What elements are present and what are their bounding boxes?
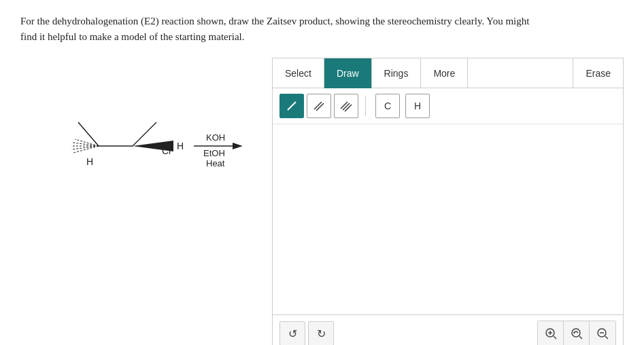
bottom-toolbar: ↺ ↻	[273, 314, 623, 345]
question-line1: For the dehydrohalogenation (E2) reactio…	[20, 16, 529, 26]
draw-button[interactable]: Draw	[324, 58, 372, 88]
h-left-label: H	[86, 156, 93, 167]
svg-line-7	[133, 122, 156, 146]
svg-marker-21	[573, 332, 575, 334]
carbon-atom-button[interactable]: C	[375, 94, 400, 118]
toolbar-separator	[365, 96, 366, 116]
molecule-area: H Cl H KOH EtOH Heat	[20, 58, 272, 200]
zoom-reset-button[interactable]	[564, 321, 590, 345]
svg-line-10	[288, 102, 296, 110]
single-bond-icon	[286, 100, 298, 112]
undo-icon: ↺	[288, 327, 297, 340]
svg-line-25	[605, 336, 608, 339]
redo-icon: ↻	[317, 327, 326, 340]
draw-canvas[interactable]	[273, 124, 623, 314]
draw-panel: Select Draw Rings More Erase	[272, 58, 624, 345]
sub-toolbar: C H	[273, 88, 623, 124]
svg-line-15	[345, 105, 352, 111]
redo-button[interactable]: ↻	[308, 321, 334, 345]
svg-line-0	[78, 122, 99, 146]
zoom-controls	[537, 321, 616, 345]
reagent-koh: KOH	[206, 132, 225, 143]
triple-bond-icon	[340, 100, 352, 112]
content-area: H Cl H KOH EtOH Heat	[20, 58, 624, 345]
zoom-in-icon	[545, 327, 557, 340]
zoom-reset-icon	[571, 327, 583, 340]
svg-line-2	[73, 143, 99, 146]
svg-line-22	[579, 336, 582, 339]
svg-line-11	[314, 102, 322, 109]
cl-label: Cl	[162, 145, 171, 156]
svg-line-12	[316, 103, 324, 111]
svg-line-4	[71, 146, 99, 149]
svg-line-13	[341, 102, 348, 109]
hydrogen-atom-button[interactable]: H	[405, 94, 430, 118]
molecule-svg: H Cl H KOH EtOH Heat	[37, 78, 255, 200]
question-line2: find it helpful to make a model of the s…	[20, 31, 245, 42]
reagent-etoh: EtOH	[203, 148, 225, 158]
rings-button[interactable]: Rings	[372, 58, 422, 88]
svg-point-20	[572, 329, 580, 337]
svg-line-14	[343, 103, 350, 110]
h-label: H	[177, 141, 184, 151]
double-bond-button[interactable]	[307, 94, 331, 118]
reagent-heat: Heat	[206, 158, 225, 168]
undo-button[interactable]: ↺	[279, 321, 305, 345]
page: For the dehydrohalogenation (E2) reactio…	[0, 0, 644, 345]
triple-bond-button[interactable]	[334, 94, 358, 118]
bottom-left-controls: ↺ ↻	[279, 321, 334, 345]
more-button[interactable]: More	[421, 58, 468, 88]
zoom-in-button[interactable]	[538, 321, 564, 345]
single-bond-button[interactable]	[279, 94, 304, 118]
select-button[interactable]: Select	[273, 58, 324, 88]
zoom-out-button[interactable]	[590, 321, 615, 345]
toolbar: Select Draw Rings More Erase	[273, 58, 623, 88]
svg-line-5	[73, 146, 99, 153]
erase-button[interactable]: Erase	[573, 58, 623, 88]
svg-line-19	[554, 336, 556, 339]
double-bond-icon	[313, 100, 325, 112]
zoom-out-icon	[596, 327, 609, 340]
question-text: For the dehydrohalogenation (E2) reactio…	[20, 14, 624, 44]
